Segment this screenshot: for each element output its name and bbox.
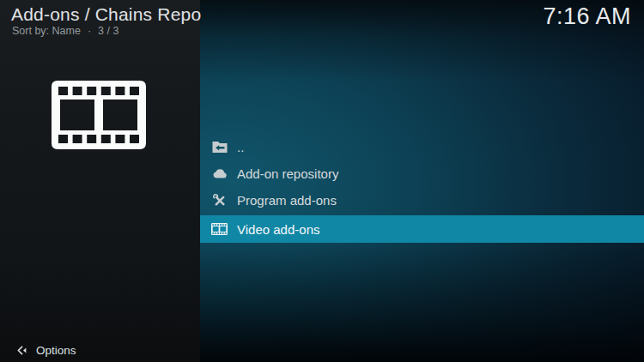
left-panel: Options [0,0,200,362]
list-item-label: Add-on repository [237,167,338,180]
list-item-add-on-repository[interactable]: Add-on repository [200,160,644,187]
clock: 7:16 AM [543,3,631,30]
list-item-program-add-ons[interactable]: Program add-ons [200,187,644,214]
list-item-label: Program add-ons [237,194,337,207]
film-strip-icon [52,81,146,149]
item-count: 3 / 3 [98,25,118,37]
kodi-addons-screen: Options Add-ons / Chains Repo Sort by: N… [0,0,644,362]
list-item-video-add-ons[interactable]: Video add-ons [200,215,644,243]
options-button[interactable]: Options [15,344,76,357]
list-item-label: .. [237,141,244,154]
folder-back-icon [211,141,228,154]
sidebar-toggle-icon [15,344,28,357]
tools-icon [211,194,228,207]
film-icon [211,223,228,236]
addon-category-list: .. Add-on repository Program add-ons Vid… [200,134,644,243]
list-item-label: Video add-ons [237,223,319,236]
list-item-[interactable]: .. [200,134,644,160]
cloud-icon [211,167,228,180]
options-label: Options [36,344,76,357]
page-title: Add-ons / Chains Repo [11,4,201,25]
sort-status: Sort by: Name·3 / 3 [12,25,118,37]
separator-dot: · [88,25,91,37]
sort-by-label: Sort by: Name [12,25,81,37]
